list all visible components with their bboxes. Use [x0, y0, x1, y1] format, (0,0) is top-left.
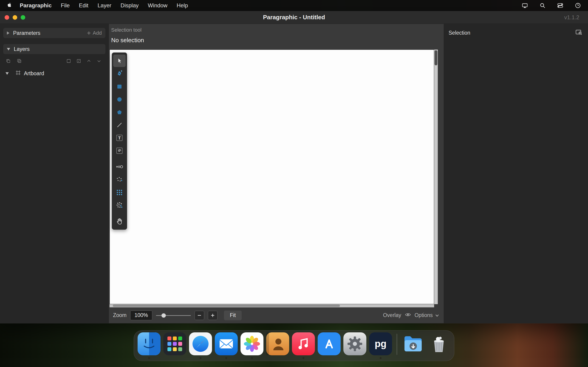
dock-item-finder[interactable] [137, 332, 161, 360]
dock-item-safari[interactable] [189, 332, 212, 360]
tool-select-button[interactable] [113, 55, 126, 67]
screen-mirroring-icon[interactable] [521, 2, 528, 9]
menu-bar: Paragraphic File Edit Layer Display Wind… [0, 0, 588, 11]
artboard-disclosure-icon[interactable] [6, 72, 9, 75]
menu-display[interactable]: Display [121, 2, 139, 9]
dot-grid-icon [115, 188, 124, 197]
zoom-value-field[interactable]: 100% [130, 311, 152, 320]
zoom-in-button[interactable] [208, 311, 217, 320]
dot-size-icon [115, 163, 124, 171]
ellipse-icon [115, 95, 124, 103]
panel-search-icon[interactable] [575, 29, 582, 37]
control-center-icon[interactable] [557, 2, 564, 9]
zoom-bar: Zoom 100% Fit Overlay [109, 307, 444, 323]
tool-text-button[interactable]: T [113, 132, 126, 144]
menu-layer[interactable]: Layer [98, 2, 111, 9]
menu-edit[interactable]: Edit [79, 2, 88, 9]
frame-icon[interactable] [66, 58, 71, 65]
duplicate-layer-alt-icon[interactable] [17, 58, 22, 65]
dock-item-contacts[interactable] [266, 332, 290, 360]
dock-item-launchpad[interactable] [163, 332, 187, 360]
window-titlebar[interactable]: Paragraphic - Untitled v1.1.2 [0, 11, 588, 24]
parameters-label: Parameters [13, 30, 40, 36]
layers-toolbar-right [66, 58, 102, 65]
disclosure-down-icon[interactable] [7, 48, 10, 50]
minimize-button[interactable] [13, 15, 17, 20]
line-icon [115, 121, 124, 129]
tool-ellipse-button[interactable] [113, 93, 126, 106]
active-tool-label: Selection tool [111, 27, 444, 33]
polygon-icon [115, 108, 124, 116]
move-layer-down-icon[interactable] [96, 58, 102, 65]
dock-item-photos[interactable] [240, 332, 264, 360]
chevron-down-icon [435, 313, 440, 318]
layers-header[interactable]: Layers [3, 44, 105, 54]
spiral-icon [115, 147, 124, 155]
left-sidebar: Parameters Add Layers [0, 24, 109, 323]
overlay-options-group: Overlay Options [383, 312, 440, 319]
edit-frame-icon[interactable] [76, 58, 82, 65]
selection-panel-title: Selection [449, 30, 470, 36]
fit-button[interactable]: Fit [224, 311, 242, 320]
layer-artboard-row[interactable]: Artboard [6, 70, 109, 77]
tool-polygon-button[interactable] [113, 106, 126, 118]
tool-pan-button[interactable] [113, 215, 126, 227]
vertical-scrollbar[interactable] [434, 50, 438, 304]
search-icon[interactable] [539, 2, 546, 9]
tool-palette: T [112, 52, 127, 230]
vertical-scrollbar-thumb[interactable] [435, 50, 437, 65]
parameters-header[interactable]: Parameters Add [3, 28, 105, 38]
zoom-slider[interactable] [156, 311, 191, 320]
rectangle-icon [115, 82, 124, 91]
layers-toolbar [6, 58, 102, 65]
fullscreen-button[interactable] [21, 15, 25, 20]
tool-dot-size-button[interactable] [113, 161, 126, 173]
clock-icon[interactable] [575, 2, 581, 9]
zoom-out-button[interactable] [195, 311, 204, 320]
add-parameter-button[interactable]: Add [87, 30, 102, 36]
apple-menu-icon[interactable] [7, 2, 12, 8]
app-store-icon [318, 332, 341, 355]
zoom-slider-thumb[interactable] [162, 313, 166, 318]
dock-item-system-settings[interactable] [343, 332, 367, 360]
options-button[interactable]: Options [415, 312, 440, 318]
tool-dot-grid-button[interactable] [113, 186, 126, 199]
finder-icon [138, 332, 161, 355]
tool-pen-button[interactable] [113, 67, 126, 80]
tool-dot-scatter-button[interactable] [113, 173, 126, 186]
canvas[interactable] [110, 50, 434, 304]
running-indicator [199, 357, 201, 359]
dock-item-music[interactable] [292, 332, 315, 360]
dock-item-downloads[interactable] [401, 332, 425, 360]
horizontal-scrollbar-thumb[interactable] [113, 305, 340, 307]
dock: pg [134, 330, 454, 361]
menu-app-name[interactable]: Paragraphic [20, 2, 52, 9]
dock-item-mail[interactable] [214, 332, 238, 360]
dock-item-trash[interactable] [427, 332, 451, 360]
duplicate-layer-icon[interactable] [6, 58, 11, 65]
move-layer-up-icon[interactable] [86, 58, 92, 65]
paragraphic-icon-label: pg [375, 338, 386, 349]
running-indicator [251, 357, 253, 359]
menu-window[interactable]: Window [148, 2, 167, 9]
tool-dot-cluster-button[interactable] [113, 199, 126, 211]
window-title: Paragraphic - Untitled [0, 14, 588, 21]
menu-file[interactable]: File [61, 2, 70, 9]
menu-bar-status-area [521, 2, 581, 9]
zoom-slider-track[interactable] [156, 315, 191, 316]
tool-line-button[interactable] [113, 119, 126, 131]
horizontal-scrollbar[interactable] [110, 304, 434, 307]
overlay-visibility-toggle[interactable] [405, 312, 411, 319]
overlay-label: Overlay [383, 312, 401, 318]
tool-rectangle-button[interactable] [113, 80, 126, 93]
window-body: Parameters Add Layers [0, 24, 588, 323]
dock-item-app-store[interactable] [317, 332, 341, 360]
close-button[interactable] [5, 15, 9, 20]
downloads-folder-icon [402, 332, 425, 355]
tool-spiral-button[interactable] [113, 144, 126, 157]
dock-item-paragraphic[interactable]: pg [369, 332, 393, 360]
menu-help[interactable]: Help [177, 2, 188, 9]
launchpad-icon [163, 332, 186, 355]
disclosure-right-icon[interactable] [7, 31, 9, 35]
pen-icon [115, 69, 124, 78]
